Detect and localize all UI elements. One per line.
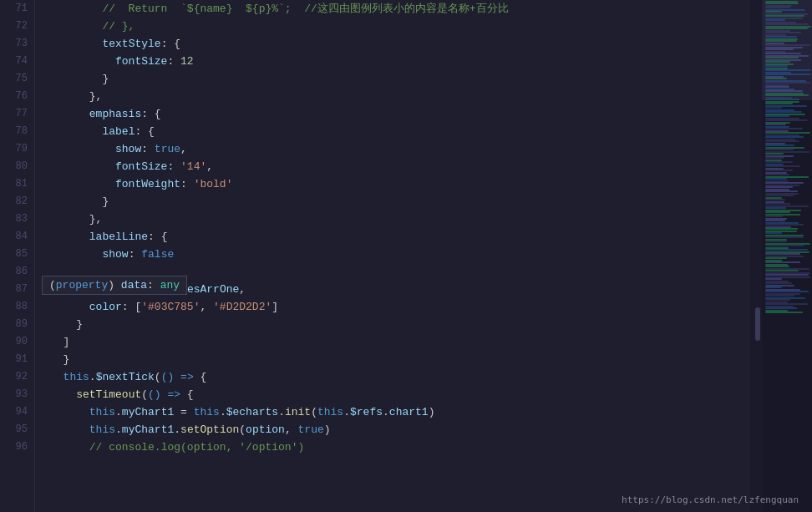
scrollbar[interactable] (750, 0, 762, 512)
minimap-line (765, 299, 790, 301)
indent-spaces (50, 351, 63, 368)
code-line: labelLine: { (50, 228, 750, 246)
code-area[interactable]: (property) data: any // Return `${name} … (42, 0, 750, 512)
line-number: 80 (0, 158, 28, 175)
dollar-token: option (246, 421, 285, 438)
string-token: 'bold' (194, 175, 233, 193)
line-number: 86 (0, 263, 28, 281)
minimap-line (765, 236, 804, 238)
scrollbar-thumb[interactable] (755, 307, 760, 341)
white-token: ( (155, 368, 161, 386)
number-token: 12 (180, 53, 194, 70)
indent-spaces (50, 210, 89, 228)
minimap-line (765, 211, 790, 213)
indent-spaces (50, 421, 89, 438)
white-token: : (141, 140, 155, 158)
minimap-line (765, 149, 794, 150)
line-number: 94 (0, 403, 28, 421)
property-token: color (89, 298, 122, 316)
minimap-line (765, 157, 784, 159)
white-token: : (129, 246, 142, 263)
minimap-line (765, 107, 782, 109)
property-token: emphasis (89, 105, 141, 123)
indent-spaces (50, 386, 76, 403)
code-line: data: this.seriesArrOne, (50, 281, 750, 298)
white-token: . (174, 421, 180, 438)
code-line: } (50, 316, 750, 333)
string-token: '#03C785' (141, 298, 200, 316)
string-token: '14' (180, 158, 206, 175)
boolean-token: true (155, 140, 180, 158)
white-token: : (115, 281, 129, 298)
line-number: 92 (0, 368, 28, 386)
dollar-token: chart1 (389, 403, 429, 421)
minimap-line (765, 295, 794, 297)
code-line: } (50, 70, 750, 88)
white-token: , (180, 140, 187, 158)
minimap-line (765, 224, 804, 226)
code-line: label: { (50, 123, 750, 140)
code-line: textStyle: { (50, 35, 750, 53)
indent-spaces (50, 35, 102, 53)
this-token: this (194, 403, 220, 421)
minimap-line (765, 199, 785, 200)
property-token: fontWeight (115, 175, 180, 193)
minimap-line (765, 136, 804, 138)
code-line (50, 263, 750, 281)
code-line: this.myChart1.setOption(option, true) (50, 421, 750, 438)
function-token: init (285, 403, 311, 421)
white-token: : { (161, 35, 180, 53)
indent-spaces (50, 228, 89, 246)
minimap-line (765, 286, 782, 288)
line-number: 77 (0, 105, 28, 123)
minimap-line (765, 161, 793, 163)
minimap-highlight (762, 0, 812, 100)
white-token: } (76, 316, 83, 333)
minimap-line (765, 182, 804, 184)
minimap-line (765, 253, 800, 255)
keyword-token: () => (161, 368, 194, 386)
line-number: 95 (0, 421, 28, 438)
line-number: 84 (0, 228, 28, 246)
indent-spaces (50, 70, 102, 88)
white-token: : (167, 53, 180, 70)
code-line: this.myChart1 = this.$echarts.init(this.… (50, 403, 750, 421)
white-token: : [ (122, 298, 141, 316)
indent-spaces (50, 158, 115, 175)
watermark: https://blog.csdn.net/lzfengquan (622, 494, 799, 505)
indent-spaces (50, 140, 115, 158)
white-token: , (285, 421, 298, 438)
indent-spaces (50, 123, 102, 140)
minimap (762, 0, 812, 512)
white-token: , (239, 281, 246, 298)
code-line: }, (50, 88, 750, 105)
code-line: emphasis: { (50, 105, 750, 123)
white-token: = (174, 403, 193, 421)
white-token: } (102, 70, 109, 88)
line-number: 83 (0, 210, 28, 228)
white-token: : { (134, 123, 154, 140)
minimap-line (765, 111, 802, 113)
line-number: 78 (0, 123, 28, 140)
line-number: 96 (0, 438, 28, 456)
indent-spaces (50, 263, 102, 281)
code-line: } (50, 193, 750, 210)
keyword-token: () => (148, 386, 180, 403)
white-token: { (180, 386, 194, 403)
indent-spaces (50, 105, 89, 123)
minimap-line (765, 291, 809, 292)
minimap-line (765, 115, 789, 117)
line-number: 90 (0, 333, 28, 351)
indent-spaces (50, 316, 76, 333)
boolean-token: true (298, 421, 324, 438)
white-token: { (194, 368, 207, 386)
line-number: 81 (0, 175, 28, 193)
property-token: fontSize (115, 158, 167, 175)
white-token: ( (239, 421, 246, 438)
minimap-line (765, 103, 793, 104)
minimap-line (765, 132, 810, 134)
minimap-line (765, 153, 784, 155)
this-token: this (89, 421, 115, 438)
property-token: show (115, 140, 141, 158)
function-token: setTimeout (76, 386, 141, 403)
